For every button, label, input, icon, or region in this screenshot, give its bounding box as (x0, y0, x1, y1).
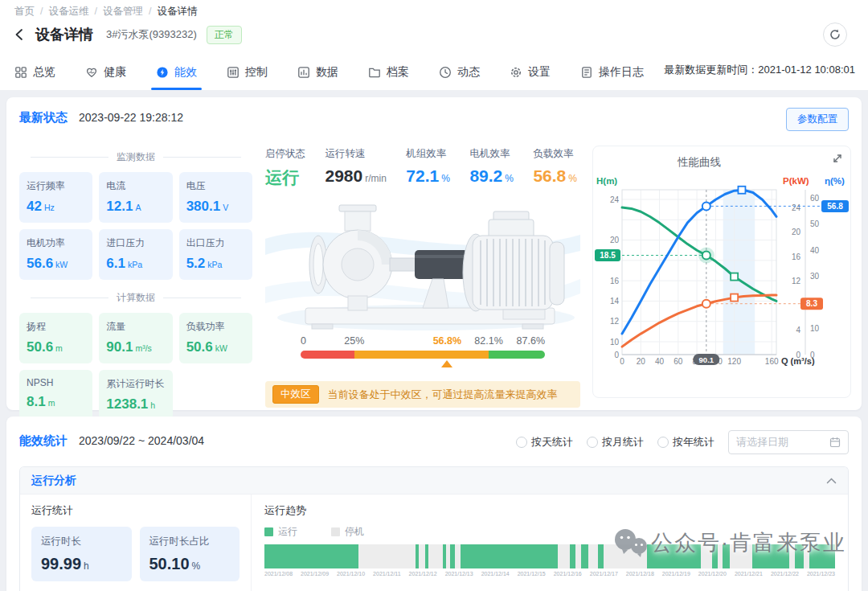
param-config-button[interactable]: 参数配置 (786, 108, 849, 131)
chart-tick-label: 0 (614, 351, 619, 359)
tab-gear[interactable]: 设置 (510, 65, 551, 90)
tab-log[interactable]: 操作日志 (580, 65, 644, 90)
heart-icon (85, 66, 98, 79)
stat-radio-group: 按天统计按月统计按年统计 (516, 435, 714, 449)
refresh-button[interactable] (823, 23, 847, 47)
tab-data[interactable]: 数据 (297, 65, 338, 90)
run-segment (570, 544, 575, 568)
latest-status-time: 2023-09-22 19:28:12 (79, 111, 183, 124)
legend-label: 运行 (278, 525, 297, 539)
tab-label: 健康 (104, 65, 126, 80)
metric-label: 扬程 (27, 320, 85, 334)
run-stat-value: 2980r/min (325, 166, 386, 186)
collapse-chevron-icon[interactable] (826, 477, 837, 485)
eta-value-badge-text: 56.8 (827, 202, 843, 211)
folder-icon (368, 66, 381, 79)
run-stat-card: 运行时长99.99h (31, 527, 132, 581)
metric-unit: kW (55, 260, 68, 269)
trend-date: 2021/12/15 (518, 571, 546, 577)
metric-value: 42Hz (27, 199, 85, 215)
stat-radio[interactable]: 按年统计 (657, 435, 714, 449)
breadcrumb-item[interactable]: 首页 (14, 6, 35, 17)
update-time-value: 2021-01-12 10:08:01 (758, 64, 855, 76)
legend-item: 运行 (264, 525, 297, 539)
metric-label: 流量 (106, 320, 165, 334)
metric-unit: kW (215, 343, 227, 353)
rated-point-H (731, 273, 738, 281)
metric-card: NPSH8.1m (19, 370, 92, 421)
trend-timeline (264, 544, 835, 568)
metric-value: 50.6kW (186, 339, 245, 355)
metric-card: 电流12.1A (99, 172, 172, 223)
eta-axis-name: η(%) (825, 176, 845, 186)
trend-date: 2021/12/09 (301, 571, 329, 577)
chart-tick-label: 50 (810, 220, 820, 228)
date-picker-input[interactable]: 请选择日期 (728, 430, 849, 454)
tab-grid[interactable]: 总览 (14, 65, 55, 90)
monitor-data-divider: 监测数据 (31, 150, 241, 164)
run-stat-label: 负载效率 (533, 147, 577, 161)
back-icon[interactable] (13, 27, 29, 43)
trend-date: 2021/12/22 (771, 571, 799, 577)
chart-tick-label: 24 (792, 203, 801, 212)
tab-heart[interactable]: 健康 (85, 65, 126, 90)
tab-label: 数据 (316, 65, 338, 80)
stat-radio[interactable]: 按天统计 (516, 435, 573, 449)
pump-column: 启停状态运行运行转速2980r/min机组效率72.1%电机效率89.2%负载效… (265, 147, 580, 408)
breadcrumb-item[interactable]: 设备管理 (103, 6, 143, 17)
run-stat-unit: % (568, 173, 577, 184)
chart-tick-label: 20 (637, 357, 646, 366)
status-badge: 正常 (207, 26, 242, 44)
h-value-badge-text: 18.5 (600, 251, 616, 260)
metric-value: 1238.1h (106, 396, 165, 412)
chart-tick-label: 20 (610, 236, 620, 244)
breadcrumb-item[interactable]: 设备详情 (157, 6, 197, 17)
run-segment (264, 544, 358, 568)
run-stats-title: 运行统计 (31, 503, 240, 518)
efficiency-zone-banner: 中效区 当前设备处于中效区，可通过提高流量来提高效率 (265, 381, 580, 408)
run-stat: 负载效率56.8% (533, 147, 577, 189)
stat-radio[interactable]: 按月统计 (587, 435, 644, 449)
metric-label: NPSH (27, 377, 85, 388)
log-icon (580, 66, 593, 79)
trend-date: 2021/12/17 (590, 571, 618, 577)
run-stat-label: 机组效率 (406, 147, 450, 161)
run-segment (647, 544, 701, 568)
breadcrumb-item[interactable]: 设备运维 (48, 6, 88, 17)
run-stat-card: 运行时长占比50.10% (140, 527, 240, 581)
q-value-badge-text: 90.1 (699, 355, 714, 364)
gauge-tick-label: 82.1% (474, 335, 502, 347)
tab-control[interactable]: 控制 (227, 65, 268, 90)
run-stat: 运行转速2980r/min (325, 147, 386, 189)
current-point-P (702, 300, 710, 308)
run-segment (712, 544, 718, 568)
gear-icon (510, 66, 522, 79)
expand-icon[interactable] (832, 153, 843, 167)
tab-energy[interactable]: 能效 (156, 65, 197, 90)
metric-card: 出口压力5.2kPa (179, 229, 252, 280)
gauge-tick-label: 0 (301, 335, 306, 347)
trend-date: 2021/12/23 (807, 571, 835, 577)
current-point-η (702, 202, 710, 210)
gauge-segment (354, 351, 489, 359)
chart-tick-label: 12 (610, 317, 620, 326)
gauge-tick-labels: 025%56.8%82.1%87.6% (301, 335, 545, 349)
chart-tick-label: 60 (810, 194, 820, 203)
date-picker-placeholder: 请选择日期 (736, 435, 788, 449)
calc-card-grid: 扬程50.6m流量90.1m³/s负载功率50.6kWNPSH8.1m累计运行时… (19, 313, 252, 421)
run-stat-value: 56.8% (533, 166, 577, 186)
gauge-tick-label: 25% (344, 335, 364, 347)
metric-unit: m³/s (135, 343, 151, 353)
breadcrumb: 首页/设备运维/设备管理/设备详情 (14, 5, 197, 18)
tab-clock[interactable]: 动态 (439, 65, 480, 90)
metric-card: 负载功率50.6kW (179, 313, 252, 363)
energy-icon (156, 66, 169, 79)
run-card-label: 运行时长占比 (149, 535, 231, 548)
gauge-tick-label: 56.8% (433, 335, 461, 347)
title-row: 设备详情 3#污水泵(9393232) 正常 (13, 25, 242, 44)
breadcrumb-separator: / (149, 6, 151, 17)
run-stat-unit: r/min (365, 173, 387, 184)
trend-legend: 运行停机 (264, 525, 835, 539)
tab-folder[interactable]: 档案 (368, 65, 409, 90)
performance-chart: 性能曲线H(m)P(kW)η(%)24201614121002420161240… (593, 150, 850, 381)
